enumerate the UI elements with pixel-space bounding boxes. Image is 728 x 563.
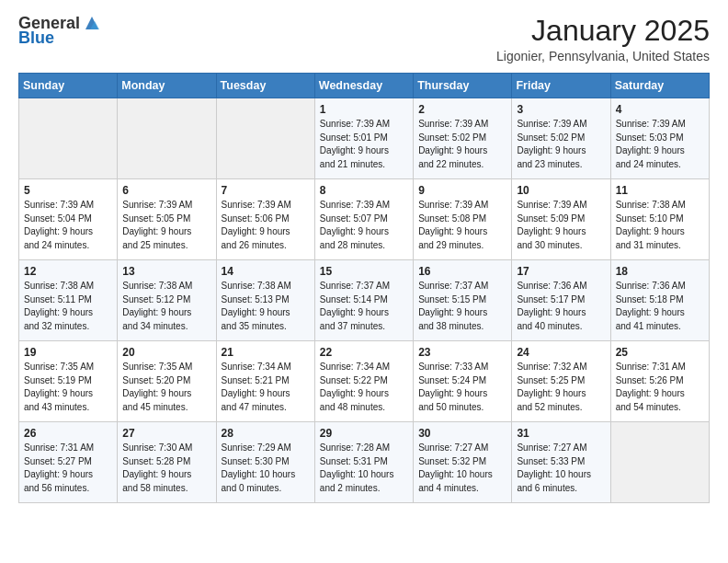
day-info: Sunrise: 7:37 AM Sunset: 5:15 PM Dayligh…: [418, 280, 506, 333]
calendar-cell: 5Sunrise: 7:39 AM Sunset: 5:04 PM Daylig…: [19, 179, 118, 260]
day-info: Sunrise: 7:39 AM Sunset: 5:05 PM Dayligh…: [122, 199, 210, 252]
calendar-cell: 9Sunrise: 7:39 AM Sunset: 5:08 PM Daylig…: [414, 179, 512, 260]
day-number: 5: [24, 184, 112, 197]
day-info: Sunrise: 7:39 AM Sunset: 5:02 PM Dayligh…: [517, 118, 605, 171]
calendar-header-row: SundayMondayTuesdayWednesdayThursdayFrid…: [19, 74, 710, 98]
calendar-day-header: Tuesday: [216, 74, 314, 98]
day-info: Sunrise: 7:39 AM Sunset: 5:04 PM Dayligh…: [24, 199, 112, 252]
day-info: Sunrise: 7:31 AM Sunset: 5:26 PM Dayligh…: [616, 361, 704, 414]
day-number: 14: [222, 265, 310, 278]
day-info: Sunrise: 7:36 AM Sunset: 5:17 PM Dayligh…: [517, 280, 605, 333]
day-number: 7: [222, 184, 310, 197]
calendar-cell: [118, 98, 216, 179]
calendar-cell: 25Sunrise: 7:31 AM Sunset: 5:26 PM Dayli…: [610, 341, 709, 422]
day-info: Sunrise: 7:39 AM Sunset: 5:06 PM Dayligh…: [222, 199, 310, 252]
day-info: Sunrise: 7:32 AM Sunset: 5:25 PM Dayligh…: [517, 361, 605, 414]
day-number: 8: [320, 184, 408, 197]
calendar-cell: 21Sunrise: 7:34 AM Sunset: 5:21 PM Dayli…: [216, 341, 314, 422]
day-number: 17: [517, 265, 605, 278]
day-number: 10: [517, 184, 605, 197]
calendar-cell: 26Sunrise: 7:31 AM Sunset: 5:27 PM Dayli…: [19, 422, 118, 503]
calendar-cell: 19Sunrise: 7:35 AM Sunset: 5:19 PM Dayli…: [19, 341, 118, 422]
calendar-cell: 18Sunrise: 7:36 AM Sunset: 5:18 PM Dayli…: [610, 260, 709, 341]
calendar-cell: 23Sunrise: 7:33 AM Sunset: 5:24 PM Dayli…: [414, 341, 512, 422]
day-number: 25: [616, 346, 704, 359]
calendar-cell: 7Sunrise: 7:39 AM Sunset: 5:06 PM Daylig…: [216, 179, 314, 260]
day-number: 23: [418, 346, 506, 359]
day-info: Sunrise: 7:28 AM Sunset: 5:31 PM Dayligh…: [320, 442, 408, 495]
calendar-day-header: Monday: [118, 74, 216, 98]
day-number: 20: [122, 346, 210, 359]
calendar-cell: 6Sunrise: 7:39 AM Sunset: 5:05 PM Daylig…: [118, 179, 216, 260]
calendar-cell: 22Sunrise: 7:34 AM Sunset: 5:22 PM Dayli…: [314, 341, 413, 422]
day-number: 3: [517, 103, 605, 116]
calendar-cell: 12Sunrise: 7:38 AM Sunset: 5:11 PM Dayli…: [19, 260, 118, 341]
calendar-cell: 29Sunrise: 7:28 AM Sunset: 5:31 PM Dayli…: [314, 422, 413, 503]
calendar-cell: 31Sunrise: 7:27 AM Sunset: 5:33 PM Dayli…: [512, 422, 610, 503]
calendar-cell: 24Sunrise: 7:32 AM Sunset: 5:25 PM Dayli…: [512, 341, 610, 422]
day-info: Sunrise: 7:39 AM Sunset: 5:01 PM Dayligh…: [320, 118, 408, 171]
calendar-cell: 15Sunrise: 7:37 AM Sunset: 5:14 PM Dayli…: [314, 260, 413, 341]
day-info: Sunrise: 7:31 AM Sunset: 5:27 PM Dayligh…: [24, 442, 112, 495]
calendar-cell: 14Sunrise: 7:38 AM Sunset: 5:13 PM Dayli…: [216, 260, 314, 341]
page: General Blue January 2025 Ligonier, Penn…: [0, 0, 728, 512]
day-info: Sunrise: 7:30 AM Sunset: 5:28 PM Dayligh…: [122, 442, 210, 495]
calendar-cell: 16Sunrise: 7:37 AM Sunset: 5:15 PM Dayli…: [414, 260, 512, 341]
day-number: 22: [320, 346, 408, 359]
logo-icon: [82, 13, 102, 33]
calendar-day-header: Thursday: [414, 74, 512, 98]
day-number: 30: [418, 427, 506, 440]
calendar-week-row: 19Sunrise: 7:35 AM Sunset: 5:19 PM Dayli…: [19, 341, 710, 422]
calendar-day-header: Wednesday: [314, 74, 413, 98]
day-number: 27: [122, 427, 210, 440]
day-info: Sunrise: 7:39 AM Sunset: 5:03 PM Dayligh…: [616, 118, 704, 171]
day-number: 11: [616, 184, 704, 197]
day-number: 13: [122, 265, 210, 278]
day-number: 28: [222, 427, 310, 440]
day-info: Sunrise: 7:38 AM Sunset: 5:12 PM Dayligh…: [122, 280, 210, 333]
day-info: Sunrise: 7:29 AM Sunset: 5:30 PM Dayligh…: [222, 442, 310, 495]
calendar-cell: 10Sunrise: 7:39 AM Sunset: 5:09 PM Dayli…: [512, 179, 610, 260]
day-info: Sunrise: 7:38 AM Sunset: 5:13 PM Dayligh…: [222, 280, 310, 333]
day-info: Sunrise: 7:38 AM Sunset: 5:10 PM Dayligh…: [616, 199, 704, 252]
day-info: Sunrise: 7:27 AM Sunset: 5:33 PM Dayligh…: [517, 442, 605, 495]
day-number: 4: [616, 103, 704, 116]
day-info: Sunrise: 7:33 AM Sunset: 5:24 PM Dayligh…: [418, 361, 506, 414]
day-info: Sunrise: 7:39 AM Sunset: 5:02 PM Dayligh…: [418, 118, 506, 171]
calendar-day-header: Saturday: [610, 74, 709, 98]
day-number: 1: [320, 103, 408, 116]
day-info: Sunrise: 7:39 AM Sunset: 5:08 PM Dayligh…: [418, 199, 506, 252]
calendar-week-row: 5Sunrise: 7:39 AM Sunset: 5:04 PM Daylig…: [19, 179, 710, 260]
calendar-cell: 1Sunrise: 7:39 AM Sunset: 5:01 PM Daylig…: [314, 98, 413, 179]
calendar-cell: [610, 422, 709, 503]
day-number: 15: [320, 265, 408, 278]
day-number: 31: [517, 427, 605, 440]
calendar-cell: [19, 98, 118, 179]
calendar-cell: 2Sunrise: 7:39 AM Sunset: 5:02 PM Daylig…: [414, 98, 512, 179]
calendar-day-header: Friday: [512, 74, 610, 98]
calendar-day-header: Sunday: [19, 74, 118, 98]
calendar-week-row: 26Sunrise: 7:31 AM Sunset: 5:27 PM Dayli…: [19, 422, 710, 503]
calendar-cell: 11Sunrise: 7:38 AM Sunset: 5:10 PM Dayli…: [610, 179, 709, 260]
day-number: 21: [222, 346, 310, 359]
calendar-cell: 4Sunrise: 7:39 AM Sunset: 5:03 PM Daylig…: [610, 98, 709, 179]
calendar-table: SundayMondayTuesdayWednesdayThursdayFrid…: [18, 73, 710, 503]
calendar-cell: 20Sunrise: 7:35 AM Sunset: 5:20 PM Dayli…: [118, 341, 216, 422]
calendar-cell: [216, 98, 314, 179]
day-number: 26: [24, 427, 112, 440]
calendar-cell: 28Sunrise: 7:29 AM Sunset: 5:30 PM Dayli…: [216, 422, 314, 503]
day-number: 2: [418, 103, 506, 116]
day-info: Sunrise: 7:34 AM Sunset: 5:22 PM Dayligh…: [320, 361, 408, 414]
calendar-cell: 8Sunrise: 7:39 AM Sunset: 5:07 PM Daylig…: [314, 179, 413, 260]
calendar-cell: 27Sunrise: 7:30 AM Sunset: 5:28 PM Dayli…: [118, 422, 216, 503]
calendar-week-row: 1Sunrise: 7:39 AM Sunset: 5:01 PM Daylig…: [19, 98, 710, 179]
day-number: 6: [122, 184, 210, 197]
day-number: 12: [24, 265, 112, 278]
day-info: Sunrise: 7:35 AM Sunset: 5:20 PM Dayligh…: [122, 361, 210, 414]
day-info: Sunrise: 7:36 AM Sunset: 5:18 PM Dayligh…: [616, 280, 704, 333]
day-info: Sunrise: 7:34 AM Sunset: 5:21 PM Dayligh…: [222, 361, 310, 414]
calendar-week-row: 12Sunrise: 7:38 AM Sunset: 5:11 PM Dayli…: [19, 260, 710, 341]
title-block: January 2025 Ligonier, Pennsylvania, Uni…: [496, 15, 710, 63]
calendar-cell: 30Sunrise: 7:27 AM Sunset: 5:32 PM Dayli…: [414, 422, 512, 503]
day-number: 18: [616, 265, 704, 278]
